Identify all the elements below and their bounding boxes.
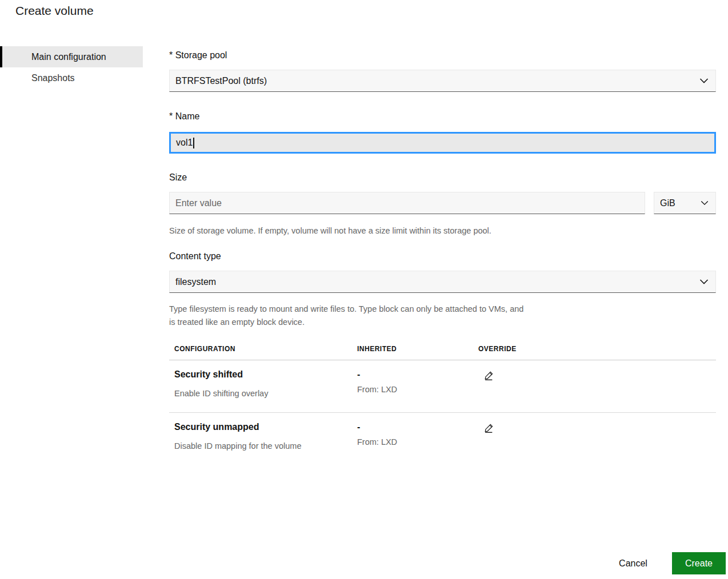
chevron-down-icon xyxy=(699,279,709,284)
override-edit-button[interactable] xyxy=(484,423,494,435)
inherited-source: From: LXD xyxy=(357,385,397,394)
table-row: Security unmapped Disable ID mapping for… xyxy=(169,413,716,465)
form-nav-sidebar: Main configuration Snapshots xyxy=(0,46,143,89)
create-button[interactable]: Create xyxy=(672,552,726,574)
storage-pool-value: BTRFSTestPool (btrfs) xyxy=(175,76,267,86)
size-label: Size xyxy=(169,172,187,183)
column-header-override: OVERRIDE xyxy=(478,345,716,353)
configuration-cell: Security shifted Enable ID shifting over… xyxy=(174,369,357,398)
name-input-value: vol1 xyxy=(176,138,193,148)
override-cell xyxy=(478,369,716,398)
name-input[interactable]: vol1 xyxy=(169,132,716,154)
config-name: Security shifted xyxy=(174,369,243,380)
create-volume-panel: Create volume Main configuration Snapsho… xyxy=(0,0,728,579)
config-description: Disable ID mapping for the volume xyxy=(174,441,301,451)
configuration-cell: Security unmapped Disable ID mapping for… xyxy=(174,422,357,451)
inherited-cell: - From: LXD xyxy=(357,369,478,398)
text-cursor xyxy=(193,138,194,148)
size-help-text: Size of storage volume. If empty, volume… xyxy=(169,224,491,238)
config-name: Security unmapped xyxy=(174,422,259,432)
content-type-label: Content type xyxy=(169,251,221,262)
size-unit-select[interactable]: GiB xyxy=(654,192,716,214)
sidebar-item-main-configuration[interactable]: Main configuration xyxy=(0,46,143,67)
config-description: Enable ID shifting overlay xyxy=(174,389,268,398)
sidebar-item-snapshots[interactable]: Snapshots xyxy=(0,67,143,89)
edit-pencil-icon xyxy=(484,371,494,382)
content-type-help-text: Type filesystem is ready to mount and wr… xyxy=(169,303,526,329)
inherited-value: - xyxy=(357,369,360,380)
size-unit-value: GiB xyxy=(660,198,675,208)
page-title: Create volume xyxy=(15,4,94,18)
inherited-cell: - From: LXD xyxy=(357,422,478,451)
column-header-configuration: CONFIGURATION xyxy=(174,345,357,353)
edit-pencil-icon xyxy=(484,423,494,435)
cancel-button[interactable]: Cancel xyxy=(605,553,662,574)
column-header-inherited: INHERITED xyxy=(357,345,478,353)
inherited-value: - xyxy=(357,422,360,432)
inherited-source: From: LXD xyxy=(357,437,397,447)
storage-pool-select[interactable]: BTRFSTestPool (btrfs) xyxy=(169,70,716,92)
override-cell xyxy=(478,422,716,451)
table-row: Security shifted Enable ID shifting over… xyxy=(169,360,716,413)
sidebar-item-label: Main configuration xyxy=(31,52,106,62)
configuration-table: CONFIGURATION INHERITED OVERRIDE Securit… xyxy=(169,340,716,465)
sidebar-item-label: Snapshots xyxy=(31,73,75,83)
override-edit-button[interactable] xyxy=(484,371,494,382)
chevron-down-icon xyxy=(699,78,709,83)
storage-pool-label: * Storage pool xyxy=(169,50,227,61)
content-type-select[interactable]: filesystem xyxy=(169,271,716,293)
size-input[interactable] xyxy=(169,192,645,214)
chevron-down-icon xyxy=(701,200,709,206)
content-type-value: filesystem xyxy=(175,277,216,287)
table-header-row: CONFIGURATION INHERITED OVERRIDE xyxy=(169,340,716,360)
name-label: * Name xyxy=(169,111,199,122)
